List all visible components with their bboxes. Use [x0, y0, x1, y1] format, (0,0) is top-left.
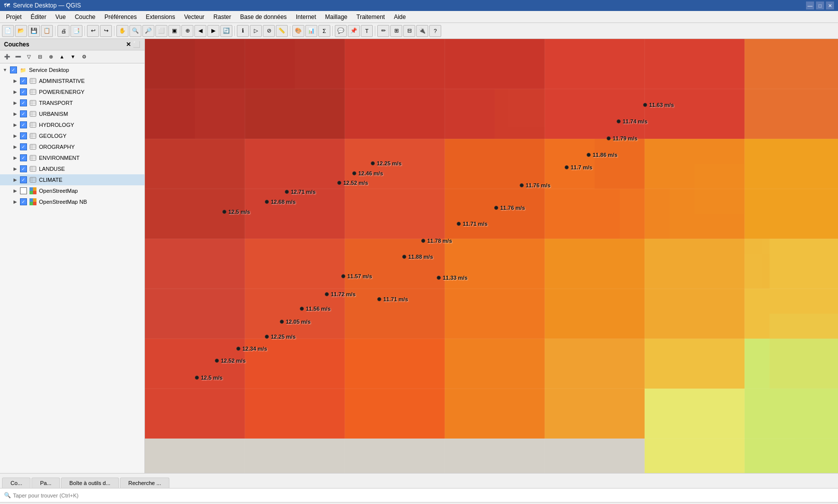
layers-title: Couches	[4, 41, 29, 48]
digitize-button[interactable]: ✏	[377, 25, 389, 37]
layer-item-openstreetmap[interactable]: ▶OpenStreetMap	[0, 185, 144, 196]
refresh-button[interactable]: 🔄	[220, 25, 232, 37]
checkbox-administrative[interactable]	[20, 77, 27, 84]
checkbox-environment[interactable]	[20, 154, 27, 161]
svg-rect-8	[30, 100, 36, 105]
measure-button[interactable]: 📏	[276, 25, 288, 37]
annotation-button[interactable]: 💬	[335, 25, 347, 37]
print-button[interactable]: 🖨	[57, 25, 69, 37]
layers-settings-button[interactable]: ⚙	[79, 52, 89, 62]
checkbox-geology[interactable]	[20, 132, 27, 139]
layer-item-orography[interactable]: ▶OROGRAPHY	[0, 141, 144, 152]
layer-root[interactable]: ▼ 📁 Service Desktop	[0, 64, 144, 75]
layers-close-icon[interactable]: ✕	[126, 41, 131, 48]
menu-item-maillage[interactable]: Maillage	[321, 12, 352, 21]
zoom-last-button[interactable]: ◀	[194, 25, 206, 37]
attribute-table-button[interactable]: 📊	[305, 25, 317, 37]
checkbox-hydrology[interactable]	[20, 121, 27, 128]
tab-pa[interactable]: Pa...	[31, 478, 60, 488]
menu-item-raster[interactable]: Raster	[209, 12, 235, 21]
new-project-button[interactable]: 📄	[2, 25, 14, 37]
layer-style-button[interactable]: 🎨	[292, 25, 304, 37]
layer-item-environment[interactable]: ▶ENVIRONMENT	[0, 152, 144, 163]
tab-co[interactable]: Co...	[2, 478, 30, 488]
data-point-p24: 11.79 m/s	[607, 135, 638, 141]
help-button[interactable]: ?	[429, 25, 441, 37]
add-layer-button[interactable]: ➕	[2, 52, 12, 62]
zoom-in-button[interactable]: 🔍	[129, 25, 141, 37]
expand-all-button[interactable]: ⊕	[46, 52, 56, 62]
checkbox-power-energy[interactable]	[20, 88, 27, 95]
zoom-layer-button[interactable]: ⊕	[181, 25, 193, 37]
root-checkbox[interactable]	[10, 66, 17, 73]
redo-button[interactable]: ↪	[100, 25, 112, 37]
filter-toggle-button[interactable]: ⊟	[35, 52, 45, 62]
pin-button[interactable]: 📌	[348, 25, 360, 37]
layer-item-geology[interactable]: ▶GEOLOGY	[0, 130, 144, 141]
move-down-button[interactable]: ▼	[68, 52, 78, 62]
maximize-button[interactable]: □	[816, 1, 824, 9]
identify-button[interactable]: ℹ	[237, 25, 249, 37]
zoom-extent-button[interactable]: ⬜	[155, 25, 167, 37]
menu-item-couche[interactable]: Couche	[71, 12, 99, 21]
point-label-p18: 11.71 m/s	[463, 221, 488, 227]
svg-rect-100	[720, 239, 770, 289]
menu-item-vecteur[interactable]: Vecteur	[180, 12, 208, 21]
close-button[interactable]: ✕	[826, 1, 834, 9]
tab-recherche[interactable]: Recherche ...	[120, 478, 169, 488]
checkbox-urbanism[interactable]	[20, 110, 27, 117]
save-button[interactable]: 💾	[28, 25, 40, 37]
icon-openstreetmap	[29, 187, 37, 195]
move-up-button[interactable]: ▲	[57, 52, 67, 62]
layer-item-landuse[interactable]: ▶LANDUSE	[0, 163, 144, 174]
checkbox-climate[interactable]	[20, 176, 27, 183]
tab-boite[interactable]: Boîte à outils d...	[61, 478, 119, 488]
zoom-selection-button[interactable]: ▣	[168, 25, 180, 37]
layer-item-openstreetmap-nb[interactable]: ▶OpenStreetMap NB	[0, 196, 144, 207]
menu-item-traitement[interactable]: Traitement	[352, 12, 389, 21]
plugin-button[interactable]: 🔌	[416, 25, 428, 37]
menu-item-extensions[interactable]: Extensions	[142, 12, 179, 21]
filter-layer-button[interactable]: ▽	[24, 52, 34, 62]
layer-item-power-energy[interactable]: ▶POWER/ENERGY	[0, 86, 144, 97]
topology-button[interactable]: ⊟	[403, 25, 415, 37]
checkbox-openstreetmap[interactable]	[20, 187, 27, 194]
map-area[interactable]: 12.5 m/s12.68 m/s12.71 m/s12.52 m/s12.46…	[145, 39, 838, 473]
zoom-next-button[interactable]: ▶	[207, 25, 219, 37]
menu-item-prfrences[interactable]: Préférences	[100, 12, 141, 21]
remove-layer-button[interactable]: ➖	[13, 52, 23, 62]
statistics-button[interactable]: Σ	[318, 25, 330, 37]
snap-button[interactable]: ⊞	[390, 25, 402, 37]
search-input[interactable]	[13, 493, 834, 499]
save-as-button[interactable]: 📋	[41, 25, 53, 37]
layer-item-administrative[interactable]: ▶ADMINISTRATIVE	[0, 75, 144, 86]
menu-item-basededonnes[interactable]: Base de données	[236, 12, 290, 21]
print-layout-button[interactable]: 📑	[70, 25, 82, 37]
layer-item-urbanism[interactable]: ▶URBANISM	[0, 108, 144, 119]
menu-item-internet[interactable]: Internet	[292, 12, 320, 21]
pan-button[interactable]: ✋	[116, 25, 128, 37]
checkbox-landuse[interactable]	[20, 165, 27, 172]
undo-button[interactable]: ↩	[87, 25, 99, 37]
menu-item-aide[interactable]: Aide	[390, 12, 410, 21]
text-button[interactable]: T	[361, 25, 373, 37]
layer-item-hydrology[interactable]: ▶HYDROLOGY	[0, 119, 144, 130]
layer-item-transport[interactable]: ▶TRANSPORT	[0, 97, 144, 108]
icon-orography	[29, 143, 37, 151]
checkbox-orography[interactable]	[20, 143, 27, 150]
minimize-button[interactable]: —	[806, 1, 814, 9]
checkbox-openstreetmap-nb[interactable]	[20, 198, 27, 205]
layers-float-icon[interactable]: ⬜	[133, 41, 140, 48]
checkbox-transport[interactable]	[20, 99, 27, 106]
svg-rect-0	[30, 78, 36, 83]
deselect-button[interactable]: ⊘	[263, 25, 275, 37]
layer-item-climate[interactable]: ▶CLIMATE	[0, 174, 144, 185]
menu-item-vue[interactable]: Vue	[51, 12, 70, 21]
select-button[interactable]: ▷	[250, 25, 262, 37]
menu-item-diter[interactable]: Éditer	[26, 12, 50, 21]
menu-item-projet[interactable]: Projet	[2, 12, 25, 21]
open-button[interactable]: 📂	[15, 25, 27, 37]
icon-transport	[29, 99, 37, 107]
point-dot-p25	[617, 119, 621, 123]
zoom-out-button[interactable]: 🔎	[142, 25, 154, 37]
